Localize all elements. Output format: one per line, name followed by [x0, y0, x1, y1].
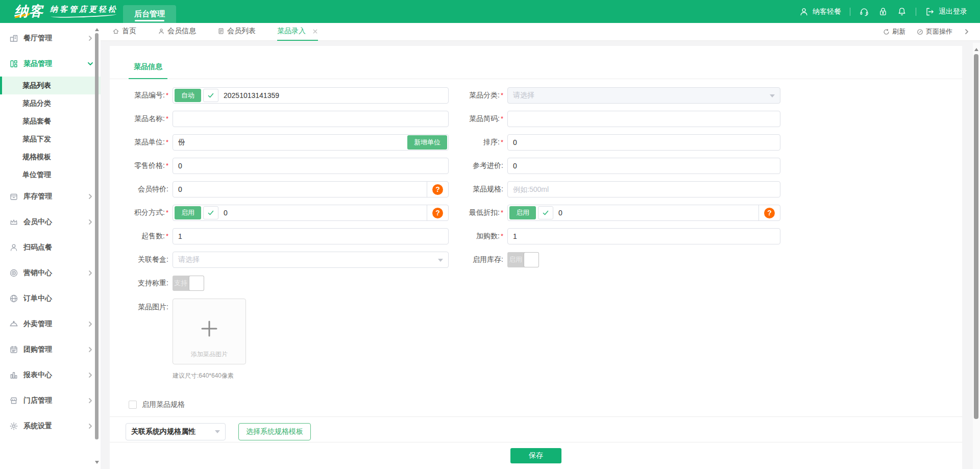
- member-price-input[interactable]: [173, 185, 427, 193]
- sort-input[interactable]: [507, 134, 780, 151]
- meal-box-select[interactable]: 请选择: [173, 252, 449, 268]
- subitem-label: 菜品套餐: [22, 117, 51, 126]
- sidebar-item-label: 库存管理: [23, 192, 52, 201]
- add-unit-button[interactable]: 新增单位: [407, 135, 447, 150]
- sidebar-scrollbar-thumb[interactable]: [95, 33, 99, 439]
- chevron-right-icon: [87, 398, 93, 404]
- page-operations-button[interactable]: 页面操作: [917, 27, 952, 36]
- dish-unit-control: 新增单位: [173, 134, 449, 151]
- main-content: 菜品信息 菜品编号:* 自动 菜品分类:* 请选择: [101, 41, 980, 469]
- check-icon[interactable]: [203, 206, 218, 219]
- dish-unit-input[interactable]: [173, 138, 407, 146]
- sidebar-item-member-center[interactable]: 会员中心: [0, 209, 101, 235]
- add-cart-qty-input[interactable]: [507, 228, 780, 244]
- sidebar-subitem-unit-management[interactable]: 单位管理: [0, 166, 101, 184]
- retail-price-input[interactable]: [173, 158, 449, 174]
- sidebar-item-groupbuy[interactable]: 团购管理: [0, 337, 101, 362]
- nav-tab-underline: [135, 20, 164, 21]
- sidebar-subitem-dish-combo[interactable]: 菜品套餐: [0, 112, 101, 130]
- logout-label: 退出登录: [939, 7, 967, 16]
- question-icon[interactable]: ?: [764, 208, 775, 218]
- check-icon[interactable]: [538, 206, 553, 219]
- close-icon[interactable]: [312, 29, 318, 34]
- reference-price-input[interactable]: [507, 158, 780, 174]
- sidebar-subitem-dish-list[interactable]: 菜品列表: [0, 77, 101, 94]
- sidebar-item-settings[interactable]: 系统设置: [0, 413, 101, 439]
- tab-member-info[interactable]: 会员信息: [158, 23, 196, 41]
- dish-name-input[interactable]: [173, 111, 449, 127]
- chevron-right-icon: [87, 423, 93, 429]
- page-tabbar: 首页 会员信息 会员列表 菜品录入 刷新 页面操作: [101, 23, 980, 41]
- sidebar-item-stores[interactable]: 门店管理: [0, 388, 101, 413]
- sidebar-scrollbar[interactable]: [94, 26, 100, 466]
- logout-button[interactable]: 退出登录: [925, 7, 967, 17]
- sidebar-item-takeout[interactable]: 外卖管理: [0, 311, 101, 337]
- sidebar-item-marketing[interactable]: 营销中心: [0, 260, 101, 286]
- weighing-switch[interactable]: 支持: [173, 276, 204, 291]
- lock-icon[interactable]: [878, 7, 888, 17]
- sidebar-subitem-dish-category[interactable]: 菜品分类: [0, 94, 101, 112]
- auto-code-button[interactable]: 自动: [175, 89, 201, 102]
- sidebar-item-scan-order[interactable]: 扫码点餐: [0, 235, 101, 260]
- tab-dish-entry[interactable]: 菜品录入: [277, 23, 318, 41]
- dish-category-select[interactable]: 请选择: [507, 87, 780, 104]
- spec-attribute-select[interactable]: 关联系统内规格属性: [126, 423, 226, 440]
- dish-short-code-input[interactable]: [507, 111, 780, 127]
- nav-tab-backend[interactable]: 后台管理: [123, 5, 176, 23]
- sidebar-item-label: 团购管理: [23, 345, 52, 354]
- help-addon: ?: [427, 182, 448, 197]
- report-icon: [9, 371, 18, 380]
- dishes-icon: [9, 59, 18, 68]
- sidebar-item-dishes[interactable]: 菜品管理: [0, 51, 101, 77]
- headset-icon[interactable]: [859, 7, 869, 17]
- tab-label: 菜品录入: [277, 27, 306, 36]
- account-menu[interactable]: 纳客轻餐: [799, 7, 841, 17]
- app-header: 纳客 纳客管店更轻松 后台管理 纳客轻餐 退出登录: [0, 0, 980, 23]
- dish-spec-input[interactable]: [507, 181, 780, 198]
- sidebar-item-label: 系统设置: [23, 422, 52, 431]
- discount-enable-button[interactable]: 启用: [509, 206, 536, 219]
- sidebar-subitem-dish-dispatch[interactable]: 菜品下发: [0, 130, 101, 148]
- sidebar-item-label: 会员中心: [23, 217, 52, 227]
- points-value-input[interactable]: [218, 209, 427, 217]
- choose-spec-template-button[interactable]: 选择系统规格模板: [238, 423, 311, 440]
- check-icon[interactable]: [203, 89, 218, 102]
- tab-label: 会员信息: [167, 27, 196, 36]
- scroll-up-arrow[interactable]: [974, 46, 978, 51]
- page-scrollbar[interactable]: [973, 43, 980, 469]
- subitem-label: 菜品列表: [22, 81, 51, 90]
- points-enable-button[interactable]: 启用: [175, 206, 201, 219]
- min-discount-input[interactable]: [553, 209, 758, 217]
- save-button[interactable]: 保存: [510, 448, 561, 463]
- enable-stock-switch[interactable]: 启用: [507, 252, 539, 267]
- question-icon[interactable]: ?: [432, 208, 443, 218]
- tab-home[interactable]: 首页: [112, 23, 136, 41]
- image-upload-box[interactable]: 添加菜品图片: [173, 299, 246, 364]
- bell-icon[interactable]: [897, 7, 907, 17]
- restaurant-icon: [9, 34, 18, 43]
- scroll-up-arrow[interactable]: [95, 26, 99, 31]
- sidebar-subitem-spec-template[interactable]: 规格模板: [0, 148, 101, 166]
- required-mark: *: [501, 115, 503, 122]
- question-icon[interactable]: ?: [432, 184, 443, 195]
- sidebar-item-label: 订单中心: [23, 294, 52, 303]
- sidebar-item-inventory[interactable]: 库存管理: [0, 184, 101, 209]
- page-scrollbar-thumb[interactable]: [974, 54, 978, 419]
- refresh-label: 刷新: [892, 27, 905, 36]
- refresh-button[interactable]: 刷新: [883, 27, 905, 36]
- dish-code-input[interactable]: [218, 91, 448, 100]
- app-logo: 纳客: [14, 2, 44, 20]
- sidebar-item-reports[interactable]: 报表中心: [0, 362, 101, 388]
- chevron-right-icon[interactable]: [964, 29, 970, 35]
- tab-dish-info[interactable]: 菜品信息: [129, 62, 167, 79]
- enable-dish-spec-checkbox[interactable]: [129, 401, 137, 409]
- field-label: 排序:*: [449, 138, 507, 147]
- scroll-down-arrow[interactable]: [95, 461, 99, 466]
- field-label: 起售数:*: [110, 232, 173, 241]
- sidebar-item-order-center[interactable]: 订单中心: [0, 286, 101, 311]
- sidebar-item-restaurant[interactable]: 餐厅管理: [0, 26, 101, 51]
- min-sale-qty-input[interactable]: [173, 228, 449, 244]
- tab-member-list[interactable]: 会员列表: [217, 23, 256, 41]
- account-name: 纳客轻餐: [813, 7, 841, 16]
- chevron-right-icon: [87, 35, 93, 41]
